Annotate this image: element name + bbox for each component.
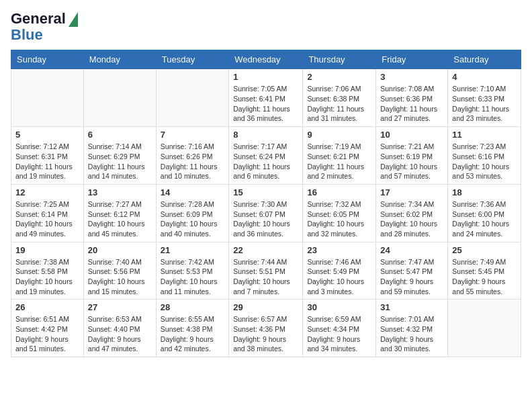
day-of-week-header: Tuesday [156,50,228,69]
day-number: 8 [233,130,298,140]
day-info: Sunrise: 7:01 AM Sunset: 4:32 PM Dayligh… [380,314,443,354]
calendar-cell: 13Sunrise: 7:27 AM Sunset: 6:12 PM Dayli… [83,184,156,242]
day-of-week-header: Monday [83,50,156,69]
day-info: Sunrise: 7:47 AM Sunset: 5:47 PM Dayligh… [380,257,443,297]
day-number: 31 [380,302,443,312]
logo-text: General [11,11,66,27]
day-info: Sunrise: 7:42 AM Sunset: 5:53 PM Dayligh… [161,257,224,297]
calendar-cell: 27Sunrise: 6:53 AM Sunset: 4:40 PM Dayli… [83,300,156,357]
calendar-cell: 16Sunrise: 7:32 AM Sunset: 6:05 PM Dayli… [303,184,376,242]
calendar-table: SundayMondayTuesdayWednesdayThursdayFrid… [11,50,521,357]
logo-blue-text: Blue [11,27,43,43]
calendar-cell: 8Sunrise: 7:17 AM Sunset: 6:24 PM Daylig… [229,127,303,185]
calendar-cell: 28Sunrise: 6:55 AM Sunset: 4:38 PM Dayli… [156,300,228,357]
day-number: 30 [307,302,371,312]
calendar-cell [83,69,156,127]
logo-triangle-icon [69,12,78,27]
day-info: Sunrise: 7:28 AM Sunset: 6:09 PM Dayligh… [161,199,224,239]
day-of-week-header: Saturday [448,50,521,69]
day-number: 20 [88,245,152,255]
calendar-cell: 17Sunrise: 7:34 AM Sunset: 6:02 PM Dayli… [376,184,448,242]
day-number: 3 [380,72,443,82]
day-of-week-header: Sunday [11,50,84,69]
day-number: 12 [15,187,79,197]
day-info: Sunrise: 7:06 AM Sunset: 6:38 PM Dayligh… [307,84,371,124]
calendar-cell: 26Sunrise: 6:51 AM Sunset: 4:42 PM Dayli… [11,300,84,357]
day-info: Sunrise: 7:38 AM Sunset: 5:58 PM Dayligh… [15,257,79,297]
day-info: Sunrise: 7:49 AM Sunset: 5:45 PM Dayligh… [452,257,517,297]
day-info: Sunrise: 7:14 AM Sunset: 6:29 PM Dayligh… [88,142,152,181]
day-number: 28 [161,302,224,312]
day-number: 4 [452,72,517,82]
calendar-cell: 6Sunrise: 7:14 AM Sunset: 6:29 PM Daylig… [83,127,156,185]
day-info: Sunrise: 7:08 AM Sunset: 6:36 PM Dayligh… [380,84,443,124]
calendar-cell: 1Sunrise: 7:05 AM Sunset: 6:41 PM Daylig… [229,69,303,127]
day-number: 5 [15,130,79,140]
day-info: Sunrise: 7:44 AM Sunset: 5:51 PM Dayligh… [233,257,298,297]
day-number: 22 [233,245,298,255]
day-info: Sunrise: 7:19 AM Sunset: 6:21 PM Dayligh… [307,142,371,181]
calendar-week-row: 12Sunrise: 7:25 AM Sunset: 6:14 PM Dayli… [11,184,521,242]
day-info: Sunrise: 6:55 AM Sunset: 4:38 PM Dayligh… [161,314,224,354]
calendar-cell: 3Sunrise: 7:08 AM Sunset: 6:36 PM Daylig… [376,69,448,127]
day-info: Sunrise: 6:59 AM Sunset: 4:34 PM Dayligh… [307,314,371,354]
day-info: Sunrise: 7:34 AM Sunset: 6:02 PM Dayligh… [380,199,443,239]
day-info: Sunrise: 7:40 AM Sunset: 5:56 PM Dayligh… [88,257,152,297]
calendar-cell: 11Sunrise: 7:23 AM Sunset: 6:16 PM Dayli… [448,127,521,185]
calendar-week-row: 19Sunrise: 7:38 AM Sunset: 5:58 PM Dayli… [11,242,521,300]
calendar-week-row: 5Sunrise: 7:12 AM Sunset: 6:31 PM Daylig… [11,127,521,185]
calendar-cell [448,300,521,357]
calendar-cell: 2Sunrise: 7:06 AM Sunset: 6:38 PM Daylig… [303,69,376,127]
calendar-cell: 12Sunrise: 7:25 AM Sunset: 6:14 PM Dayli… [11,184,84,242]
calendar-cell: 4Sunrise: 7:10 AM Sunset: 6:33 PM Daylig… [448,69,521,127]
calendar-cell: 19Sunrise: 7:38 AM Sunset: 5:58 PM Dayli… [11,242,84,300]
calendar-cell: 22Sunrise: 7:44 AM Sunset: 5:51 PM Dayli… [229,242,303,300]
day-info: Sunrise: 7:30 AM Sunset: 6:07 PM Dayligh… [233,199,298,239]
day-number: 16 [307,187,371,197]
day-number: 1 [233,72,298,82]
calendar-cell [11,69,84,127]
day-info: Sunrise: 7:23 AM Sunset: 6:16 PM Dayligh… [452,142,517,181]
page-header: General Blue [11,11,521,43]
calendar-cell: 24Sunrise: 7:47 AM Sunset: 5:47 PM Dayli… [376,242,448,300]
day-number: 26 [15,302,79,312]
calendar-week-row: 1Sunrise: 7:05 AM Sunset: 6:41 PM Daylig… [11,69,521,127]
day-info: Sunrise: 6:53 AM Sunset: 4:40 PM Dayligh… [88,314,152,354]
day-info: Sunrise: 7:36 AM Sunset: 6:00 PM Dayligh… [452,199,517,239]
day-info: Sunrise: 7:46 AM Sunset: 5:49 PM Dayligh… [307,257,371,297]
day-info: Sunrise: 7:21 AM Sunset: 6:19 PM Dayligh… [380,142,443,181]
calendar-cell: 7Sunrise: 7:16 AM Sunset: 6:26 PM Daylig… [156,127,228,185]
calendar-week-row: 26Sunrise: 6:51 AM Sunset: 4:42 PM Dayli… [11,300,521,357]
calendar-cell: 20Sunrise: 7:40 AM Sunset: 5:56 PM Dayli… [83,242,156,300]
day-info: Sunrise: 7:16 AM Sunset: 6:26 PM Dayligh… [161,142,224,181]
day-number: 29 [233,302,298,312]
day-number: 18 [452,187,517,197]
calendar-cell: 30Sunrise: 6:59 AM Sunset: 4:34 PM Dayli… [303,300,376,357]
day-info: Sunrise: 7:05 AM Sunset: 6:41 PM Dayligh… [233,84,298,124]
calendar-cell: 25Sunrise: 7:49 AM Sunset: 5:45 PM Dayli… [448,242,521,300]
day-number: 2 [307,72,371,82]
day-number: 9 [307,130,371,140]
day-number: 7 [161,130,224,140]
logo: General Blue [11,11,78,43]
day-number: 10 [380,130,443,140]
day-number: 23 [307,245,371,255]
day-info: Sunrise: 7:32 AM Sunset: 6:05 PM Dayligh… [307,199,371,239]
day-number: 17 [380,187,443,197]
day-number: 21 [161,245,224,255]
calendar-cell: 10Sunrise: 7:21 AM Sunset: 6:19 PM Dayli… [376,127,448,185]
day-info: Sunrise: 7:25 AM Sunset: 6:14 PM Dayligh… [15,199,79,239]
calendar-cell: 14Sunrise: 7:28 AM Sunset: 6:09 PM Dayli… [156,184,228,242]
calendar-cell: 15Sunrise: 7:30 AM Sunset: 6:07 PM Dayli… [229,184,303,242]
calendar-cell: 5Sunrise: 7:12 AM Sunset: 6:31 PM Daylig… [11,127,84,185]
calendar-cell: 9Sunrise: 7:19 AM Sunset: 6:21 PM Daylig… [303,127,376,185]
day-info: Sunrise: 6:51 AM Sunset: 4:42 PM Dayligh… [15,314,79,354]
day-info: Sunrise: 7:17 AM Sunset: 6:24 PM Dayligh… [233,142,298,181]
day-number: 27 [88,302,152,312]
calendar-cell [156,69,228,127]
calendar-cell: 18Sunrise: 7:36 AM Sunset: 6:00 PM Dayli… [448,184,521,242]
day-number: 15 [233,187,298,197]
day-info: Sunrise: 7:27 AM Sunset: 6:12 PM Dayligh… [88,199,152,239]
day-number: 11 [452,130,517,140]
day-number: 19 [15,245,79,255]
